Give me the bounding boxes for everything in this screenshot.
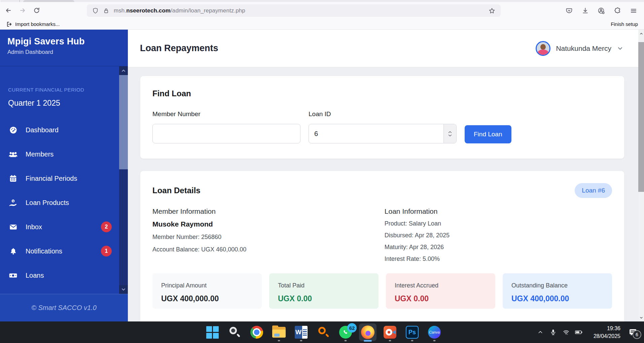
taskbar-clock[interactable]: 19:36 28/04/2025 [588, 324, 620, 340]
taskbar-firefox-button[interactable] [357, 321, 379, 343]
sidebar-menu: Dashboard Members Financia [8, 118, 119, 287]
sidebar-item-members[interactable]: Members [8, 142, 119, 166]
user-menu[interactable]: Natukunda Mercy [536, 41, 623, 56]
sidebar-item-label: Financial Periods [26, 175, 77, 182]
taskbar-search-button[interactable] [223, 321, 246, 343]
running-indicator [278, 340, 280, 341]
loan-details-title: Loan Details [152, 186, 201, 195]
find-loan-form: Member Number Loan ID [152, 110, 612, 143]
bookmark-star-button[interactable] [487, 5, 497, 16]
windows-logo-icon [206, 326, 219, 339]
sidebar-scrollbar-thumb[interactable] [119, 75, 128, 169]
reload-button[interactable] [31, 5, 42, 16]
url-prefix: msh. [114, 7, 126, 14]
avatar[interactable] [536, 41, 550, 56]
sidebar-item-notifications[interactable]: Notifications 1 [8, 239, 119, 263]
money-icon [8, 271, 18, 280]
account-balance-line: Account Balance: UGX 460,000.00 [152, 246, 385, 253]
loan-id-input[interactable] [309, 124, 457, 143]
sidebar-scroll-up-button[interactable] [119, 66, 128, 75]
taskbar-canva-button[interactable]: Canva [423, 321, 445, 343]
loan-id-stepper[interactable] [443, 124, 456, 143]
account-button[interactable] [596, 5, 607, 16]
running-indicator [345, 340, 347, 341]
lock-icon[interactable] [103, 8, 109, 14]
stepper-down-icon[interactable] [448, 134, 452, 137]
reload-icon [33, 7, 40, 14]
product-line: Product: Salary Loan [385, 220, 612, 227]
page-scroll-up-button[interactable] [638, 30, 644, 37]
page-scrollbar-thumb[interactable] [638, 42, 644, 192]
find-loan-button[interactable]: Find Loan [465, 125, 511, 143]
avatar-body [538, 49, 548, 56]
firefox-logo-icon [601, 21, 608, 28]
system-tray: 19:36 28/04/2025 6 [534, 321, 644, 343]
finish-setup-label: Finish setup [611, 21, 638, 27]
loan-information-section: Loan Information Product: Salary Loan Di… [385, 207, 612, 263]
stepper-up-icon[interactable] [448, 131, 452, 133]
pocket-icon [566, 7, 573, 14]
envelope-icon [8, 222, 18, 232]
extensions-button[interactable] [612, 5, 623, 16]
chevron-down-icon[interactable] [617, 45, 623, 52]
sidebar-scroll-down-button[interactable] [119, 285, 128, 294]
sidebar-item-loan-products[interactable]: $ Loan Products [8, 191, 119, 215]
tray-microphone-button[interactable] [547, 324, 560, 340]
forward-icon [19, 7, 26, 14]
word-icon: W [295, 326, 308, 339]
sidebar-item-financial-periods[interactable]: Financial Periods [8, 166, 119, 191]
notification-count-badge: 6 [633, 330, 641, 339]
finish-setup-button[interactable]: Finish setup [601, 21, 638, 28]
sidebar-item-label: Loan Products [26, 199, 69, 207]
taskbar-recorder-button[interactable] [379, 321, 401, 343]
loan-number-badge: Loan #6 [575, 183, 612, 198]
page-scrollbar[interactable] [638, 30, 644, 321]
back-button[interactable] [3, 5, 14, 16]
notification-center-button[interactable]: 6 [625, 324, 641, 340]
account-icon [598, 7, 605, 14]
taskbar-chrome-button[interactable] [246, 321, 268, 343]
chevron-down-icon [639, 316, 643, 320]
taskbar-photoshop-button[interactable]: Ps [401, 321, 423, 343]
sidebar-item-inbox[interactable]: Inbox 2 [8, 215, 119, 239]
taskbar-whatsapp-button[interactable]: 62 [334, 321, 357, 343]
page-content: Find Loan Member Number Loan ID [128, 67, 638, 321]
taskbar-word-button[interactable]: W [290, 321, 312, 343]
screen-recorder-icon [384, 326, 396, 339]
find-loan-title: Find Loan [152, 89, 612, 98]
page-header: Loan Repayments Natukunda Mercy [128, 30, 638, 67]
gauge-icon [8, 126, 18, 135]
active-app-highlight [359, 323, 377, 341]
tray-overflow-button[interactable] [534, 324, 547, 340]
find-loan-card: Find Loan Member Number Loan ID [140, 76, 624, 159]
menu-button[interactable] [628, 5, 639, 16]
shield-icon[interactable] [92, 7, 99, 14]
member-number-input[interactable] [152, 124, 300, 143]
sidebar-item-label: Inbox [26, 223, 42, 231]
downloads-button[interactable] [579, 5, 591, 16]
start-button[interactable] [201, 321, 223, 343]
import-bookmarks-button[interactable]: Import bookmarks... [6, 21, 60, 27]
forward-button[interactable] [17, 5, 28, 16]
whatsapp-badge: 62 [347, 323, 357, 333]
stat-total-paid: Total Paid UGX 0.00 [269, 273, 379, 309]
chrome-icon [250, 326, 263, 339]
loan-details-header: Loan Details Loan #6 [152, 183, 612, 198]
tray-battery-button[interactable] [572, 324, 585, 340]
chevron-down-icon [121, 287, 126, 292]
tray-network-button[interactable] [560, 324, 572, 340]
star-icon [489, 7, 495, 14]
taskbar-file-explorer-button[interactable] [268, 321, 290, 343]
back-icon [5, 7, 12, 14]
sidebar: Mpigi Savers Hub Admin Dashboard CURRENT… [0, 30, 128, 321]
sidebar-item-loans[interactable]: Loans [8, 263, 119, 287]
bell-icon [8, 247, 18, 256]
sidebar-scrollbar[interactable] [119, 66, 128, 294]
sidebar-item-dashboard[interactable]: Dashboard [8, 118, 119, 142]
page-scroll-down-button[interactable] [638, 314, 644, 321]
taskbar-search-app-button[interactable] [312, 321, 334, 343]
pocket-button[interactable] [563, 5, 575, 16]
calendar-icon [8, 174, 18, 183]
maturity-line: Maturity: Apr 28, 2026 [385, 244, 612, 251]
url-bar[interactable]: msh.nseerotech.com/admin/loan_repaymentz… [87, 4, 501, 17]
